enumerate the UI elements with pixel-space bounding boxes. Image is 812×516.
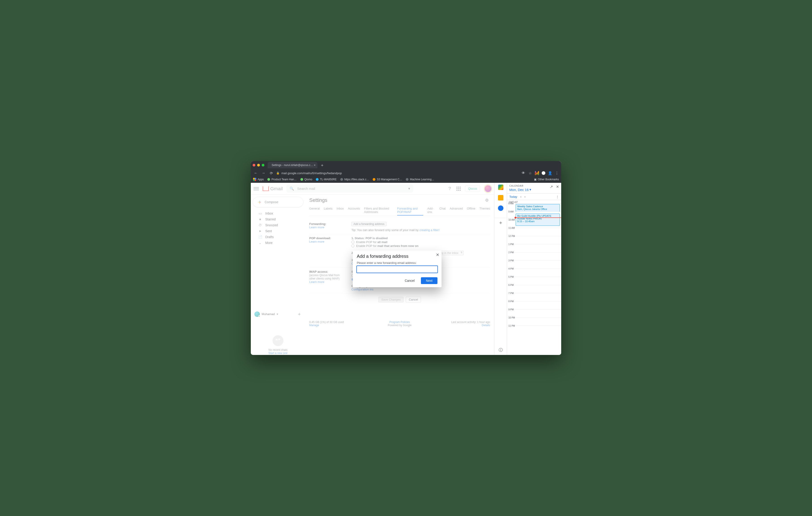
dialog-close-icon[interactable]: ✕	[436, 252, 439, 257]
tab-filters-and-blocked-addresses[interactable]: Filters and Blocked Addresses	[364, 206, 393, 216]
bookmark-apps[interactable]: Apps	[253, 178, 264, 181]
pop-new-radio[interactable]	[351, 244, 354, 247]
tab-labels[interactable]: Labels	[324, 206, 332, 216]
profile-dot-icon[interactable]	[542, 171, 545, 175]
bookmark-tlwa850re[interactable]: TL-WA850RE	[316, 178, 337, 181]
calendar-date-picker[interactable]: Mon, Dec 16▾	[509, 187, 531, 192]
dialog-next-button[interactable]: Next	[421, 277, 437, 284]
calendar-open-icon[interactable]: ↗	[550, 185, 553, 189]
addon-add-icon[interactable]: ＋	[494, 218, 507, 223]
calendar-today-button[interactable]: Today	[509, 195, 517, 199]
tab-chat[interactable]: Chat	[439, 206, 445, 216]
tab-close-icon[interactable]: ×	[314, 163, 316, 167]
hour-slot[interactable]	[516, 277, 560, 285]
calendar-prev-icon[interactable]: ‹	[520, 195, 521, 199]
extension-m-icon[interactable]	[535, 171, 539, 175]
bookmark-product-team[interactable]: Product Team Han…	[267, 178, 296, 181]
details-link[interactable]: Details	[482, 324, 490, 327]
hangouts-user-caret-icon[interactable]: ▾	[277, 312, 278, 316]
forwarding-filter-link[interactable]: creating a filter!	[419, 228, 439, 232]
bookmark-slack-files[interactable]: https://files.slack.c…	[340, 178, 369, 181]
manage-link[interactable]: Manage	[309, 324, 319, 327]
info-icon[interactable]: ⓘ	[499, 347, 503, 353]
start-new-chat-link[interactable]: Start a new one	[268, 352, 288, 355]
tab-advanced[interactable]: Advanced	[450, 206, 463, 216]
forwarding-learn-more[interactable]: Learn more	[309, 225, 324, 229]
sidebar-item-more[interactable]: ⌄More	[253, 240, 303, 246]
search-icon[interactable]: 🔍	[290, 186, 294, 191]
hour-slot[interactable]	[516, 244, 560, 252]
gear-icon[interactable]: ⚙	[485, 198, 490, 203]
sidebar-item-snoozed[interactable]: ⏱Snoozed	[253, 222, 303, 228]
compose-button[interactable]: ＋ Compose	[253, 197, 303, 207]
addon-keep-icon[interactable]	[498, 195, 503, 201]
browser-tab[interactable]: Settings - nurul.ishlah@qiscus.c… ×	[267, 162, 317, 168]
calendar-event[interactable]: Weekly Sales Cadence8am, Qiscus Jakarta …	[516, 204, 560, 212]
save-changes-button[interactable]: Save Changes	[378, 297, 404, 302]
search-input[interactable]	[297, 187, 405, 190]
extension-avatar-icon[interactable]: 👤	[548, 171, 552, 175]
tab-themes[interactable]: Themes	[480, 206, 490, 216]
hour-slot[interactable]	[516, 293, 560, 301]
imap-conf-link[interactable]: Configuration ins	[351, 288, 374, 291]
new-tab-button[interactable]: ＋	[319, 162, 325, 168]
hour-slot[interactable]: Weekly Sales Cadence8am, Qiscus Jakarta …	[516, 204, 560, 212]
close-window-icon[interactable]	[253, 164, 255, 166]
incognito-eye-icon[interactable]: 👁	[521, 171, 525, 175]
google-apps-icon[interactable]	[457, 187, 461, 191]
calendar-close-icon[interactable]: ✕	[556, 185, 559, 189]
tab-forwarding-and-pop-imap[interactable]: Forwarding and POP/IMAP	[397, 206, 423, 216]
hour-slot[interactable]	[516, 310, 560, 317]
sidebar-item-sent[interactable]: ➤Sent	[253, 228, 303, 234]
maximize-window-icon[interactable]	[262, 164, 264, 166]
other-bookmarks[interactable]: ▣Other Bookmarks	[534, 178, 559, 181]
tab-add-ons[interactable]: Add-ons	[427, 206, 435, 216]
hour-slot[interactable]	[516, 285, 560, 293]
hour-slot[interactable]	[516, 261, 560, 269]
hour-slot[interactable]	[516, 236, 560, 244]
pop-learn-more[interactable]: Learn more	[309, 240, 324, 243]
pop-all-radio[interactable]	[351, 241, 354, 243]
calendar-next-icon[interactable]: ›	[524, 195, 525, 199]
tab-accounts[interactable]: Accounts	[348, 206, 360, 216]
calendar-body[interactable]: GMT+07 8 AMWeekly Sales Cadence8am, Qisc…	[507, 200, 561, 355]
sidebar-item-starred[interactable]: ★Starred	[253, 216, 303, 222]
tab-offline[interactable]: Offline	[467, 206, 475, 216]
nav-forward-icon[interactable]: →	[261, 170, 266, 176]
program-policies-link[interactable]: Program Policies	[389, 321, 410, 324]
hour-slot[interactable]	[516, 252, 560, 261]
dialog-cancel-button[interactable]: Cancel	[401, 277, 418, 284]
gmail-logo[interactable]: Gmail	[263, 186, 283, 191]
org-brand-chip[interactable]: Qiscus	[465, 185, 480, 192]
bookmark-ml[interactable]: Machine Learning…	[406, 178, 434, 181]
addon-tasks-icon[interactable]	[498, 206, 503, 211]
sidebar-item-drafts[interactable]: 📄Drafts	[253, 234, 303, 240]
hour-slot[interactable]	[516, 269, 560, 277]
bookmark-s3[interactable]: S3 Management C…	[373, 178, 402, 181]
nav-reload-icon[interactable]: ⟳	[268, 170, 274, 176]
minimize-window-icon[interactable]	[257, 164, 260, 166]
sidebar-item-inbox[interactable]: ▭Inbox	[253, 210, 303, 216]
cancel-button[interactable]: Cancel	[406, 297, 421, 302]
hangouts-add-person-icon[interactable]: ＋	[297, 311, 301, 317]
menu-kebab-icon[interactable]: ⋮	[555, 171, 559, 175]
nav-back-icon[interactable]: ←	[253, 170, 259, 176]
search-options-icon[interactable]: ▾	[408, 186, 410, 191]
hour-slot[interactable]: Biz Guild Huddle (Pls UPDATE Huddle Note…	[516, 212, 560, 220]
star-icon[interactable]: ☆	[528, 171, 532, 175]
imap-learn-more[interactable]: Learn more	[309, 280, 324, 283]
hour-slot[interactable]	[516, 220, 560, 228]
forwarding-email-input[interactable]	[357, 266, 437, 273]
hour-slot[interactable]	[516, 318, 560, 326]
bookmark-qismo[interactable]: Qismo	[300, 178, 313, 181]
hour-slot[interactable]	[516, 326, 560, 334]
search-box[interactable]: 🔍 ▾	[286, 185, 413, 192]
hour-slot[interactable]	[516, 302, 560, 309]
tab-general[interactable]: General	[309, 206, 320, 216]
url-display[interactable]: 🔒 mail.google.com/mail/u/0/#settings/fwd…	[276, 172, 519, 175]
help-icon[interactable]: ？	[447, 185, 452, 192]
calendar-menu-icon[interactable]: ⋮	[556, 195, 559, 199]
hamburger-icon[interactable]	[254, 186, 259, 191]
account-avatar[interactable]	[485, 185, 491, 192]
addon-calendar-icon[interactable]	[498, 185, 503, 190]
